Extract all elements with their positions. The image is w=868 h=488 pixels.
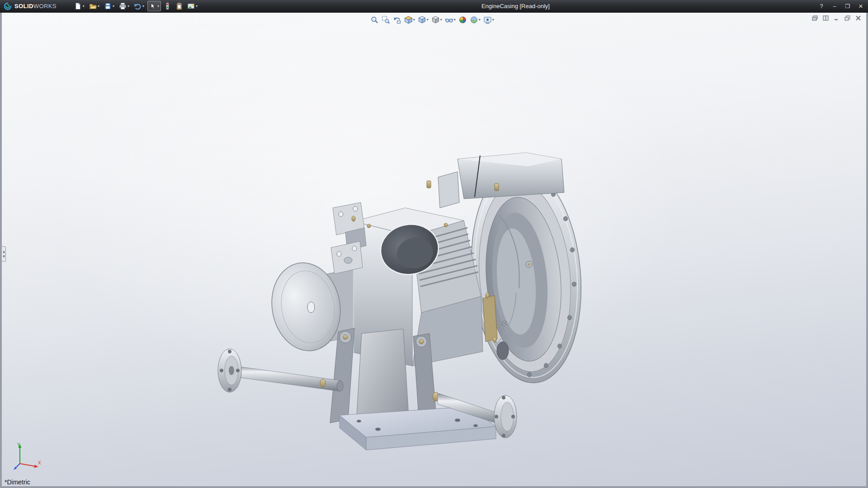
appearance-ball-icon — [459, 16, 467, 24]
chevron-down-icon[interactable]: ▾ — [82, 5, 85, 8]
graphics-viewport[interactable]: ▾ ▾ ▾ ▾ — [0, 13, 868, 488]
engine-casing-model[interactable] — [210, 139, 662, 465]
featuremanager-flyout-tab[interactable] — [2, 246, 6, 262]
print-button[interactable]: ▾ — [118, 1, 131, 11]
close-document-button[interactable] — [855, 15, 862, 21]
zoom-to-area-button[interactable] — [382, 15, 391, 24]
previous-view-icon — [393, 16, 401, 24]
options-image-icon — [187, 2, 195, 10]
view-orientation-cube-icon — [418, 16, 426, 24]
titlebar[interactable]: SOLIDWORKS ▾ ▾ ▾ — [0, 0, 868, 13]
window-controls: ? – ❐ ✕ — [818, 0, 864, 12]
rebuild-button[interactable] — [162, 1, 173, 11]
display-style-button[interactable]: ▾ — [431, 15, 443, 24]
3ds-logo-icon — [4, 2, 12, 10]
view-settings-icon — [484, 16, 492, 24]
chevron-down-icon[interactable]: ▾ — [127, 5, 130, 8]
scene-sphere-icon — [470, 16, 478, 24]
open-folder-icon — [89, 2, 97, 10]
help-button[interactable]: ? — [818, 4, 825, 9]
minimize-button[interactable]: – — [831, 4, 838, 9]
edit-appearance-button[interactable] — [458, 15, 467, 24]
maximize-button[interactable]: ❐ — [844, 4, 851, 9]
new-document-button[interactable]: ▾ — [73, 1, 86, 11]
chevron-down-icon[interactable]: ▾ — [492, 18, 494, 22]
restore-document-button[interactable] — [844, 15, 851, 21]
minimize-document-button[interactable] — [833, 15, 840, 21]
triad-y-label: Y — [17, 442, 20, 447]
minimize-document-icon — [834, 15, 840, 21]
hide-show-items-button[interactable]: ▾ — [445, 15, 456, 24]
chevron-down-icon[interactable]: ▾ — [97, 5, 100, 8]
close-document-icon — [855, 15, 861, 21]
cascade-windows-button[interactable] — [811, 15, 818, 21]
options-button[interactable]: ▾ — [186, 1, 199, 11]
headsup-view-toolbar: ▾ ▾ ▾ ▾ — [370, 15, 495, 24]
document-window-controls — [811, 15, 862, 21]
save-button[interactable]: ▾ — [103, 1, 116, 11]
brand-solid: SOLID — [14, 3, 33, 9]
new-document-icon — [74, 2, 82, 10]
chevron-down-icon[interactable]: ▾ — [157, 5, 160, 8]
view-orientation-button[interactable]: ▾ — [418, 15, 429, 24]
chevron-down-icon[interactable]: ▾ — [479, 18, 481, 22]
save-icon — [104, 2, 112, 10]
orientation-triad: Y X — [13, 442, 42, 471]
tile-windows-icon — [823, 15, 829, 21]
clipboard-button[interactable] — [174, 1, 184, 11]
flyout-arrow-icon — [3, 255, 5, 258]
brand-text: SOLIDWORKS — [14, 3, 57, 9]
rebuild-lights-icon — [164, 2, 171, 10]
undo-icon — [134, 2, 142, 10]
brand-works: WORKS — [33, 3, 57, 9]
part-front-shaft[interactable] — [218, 349, 343, 392]
chevron-down-icon[interactable]: ▾ — [427, 18, 429, 22]
select-tool-button[interactable]: ▾ — [147, 1, 161, 11]
cascade-windows-icon — [812, 15, 818, 21]
glasses-icon — [445, 16, 453, 24]
chevron-down-icon[interactable]: ▾ — [413, 18, 415, 22]
view-orientation-label: *Dimetric — [5, 479, 30, 486]
section-view-icon — [405, 16, 413, 24]
close-button[interactable]: ✕ — [857, 4, 864, 9]
previous-view-button[interactable] — [393, 15, 402, 24]
print-icon — [119, 2, 127, 10]
chevron-down-icon[interactable]: ▾ — [195, 5, 198, 8]
document-title: EngineCasing [Read-only] — [481, 3, 550, 9]
select-cursor-icon — [149, 2, 156, 10]
chevron-down-icon[interactable]: ▾ — [142, 5, 145, 8]
tile-windows-button[interactable] — [822, 15, 829, 21]
flyout-arrow-icon — [3, 251, 5, 253]
zoom-to-fit-button[interactable] — [370, 15, 379, 24]
chevron-down-icon[interactable]: ▾ — [440, 18, 442, 22]
view-settings-button[interactable]: ▾ — [483, 15, 495, 24]
main-toolbar: ▾ ▾ ▾ ▾ — [73, 1, 199, 11]
restore-document-icon — [844, 15, 850, 21]
part-intake-flange[interactable] — [331, 202, 366, 274]
open-document-button[interactable]: ▾ — [88, 1, 101, 11]
zoom-to-area-icon — [382, 16, 390, 24]
triad-x-label: X — [38, 460, 41, 465]
section-view-button[interactable]: ▾ — [404, 15, 415, 24]
clipboard-icon — [175, 2, 183, 10]
chevron-down-icon[interactable]: ▾ — [112, 5, 115, 8]
undo-button[interactable]: ▾ — [132, 1, 146, 11]
zoom-to-fit-icon — [371, 16, 379, 24]
chevron-down-icon[interactable]: ▾ — [454, 18, 456, 22]
display-style-icon — [432, 16, 440, 24]
app-logo-area: SOLIDWORKS — [0, 0, 61, 12]
part-mounting-bracket[interactable] — [330, 328, 436, 423]
apply-scene-button[interactable]: ▾ — [470, 15, 481, 24]
